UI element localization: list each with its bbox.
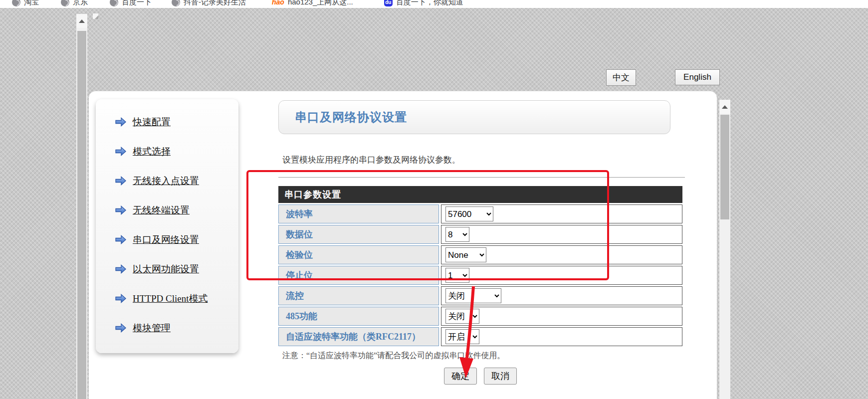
- scrollbar-thumb[interactable]: [77, 31, 86, 399]
- scroll-up-button[interactable]: [76, 14, 87, 28]
- page-description: 设置模块应用程序的串口参数及网络协议参数。: [282, 154, 460, 166]
- row-value-cell: 开启: [441, 327, 682, 346]
- bookmark-label: 百度一下: [122, 0, 152, 7]
- cancel-button[interactable]: 取消: [484, 368, 517, 385]
- sidebar-item-wireless-sta[interactable]: 无线终端设置: [96, 196, 238, 225]
- browser-bookmarks-bar: 淘宝 京东 百度一下 抖音-记录美好生活 hao hao123_上网从这... …: [0, 0, 868, 8]
- baidu-du-icon: du: [384, 0, 393, 6]
- bookmark-baidu[interactable]: 百度一下: [110, 0, 152, 7]
- language-chinese-button[interactable]: 中文: [606, 69, 636, 86]
- row-value-cell: 关闭: [441, 307, 682, 326]
- arrow-right-icon: [115, 117, 127, 127]
- flowctrl-select[interactable]: 关闭: [445, 288, 501, 303]
- bookmark-douyin[interactable]: 抖音-记录美好生活: [172, 0, 246, 7]
- table-row-autobaud: 自适应波特率功能（类RFC2117） 开启: [278, 327, 682, 346]
- serial-settings-table: 串口参数设置 波特率 57600 数据位 8 检验位 None: [278, 186, 682, 346]
- scroll-up-button[interactable]: [719, 100, 730, 114]
- databits-select[interactable]: 8: [445, 227, 469, 242]
- table-row-flowctrl: 流控 关闭: [278, 286, 682, 305]
- row-value-cell: 关闭: [441, 286, 682, 305]
- bookmark-label: 淘宝: [24, 0, 39, 7]
- arrow-right-icon: [115, 176, 127, 186]
- sidebar-item-serial-network[interactable]: 串口及网络设置: [96, 225, 238, 254]
- sidebar-item-wireless-ap[interactable]: 无线接入点设置: [96, 166, 238, 196]
- chevron-up-icon: [79, 19, 85, 23]
- arrow-right-icon: [115, 147, 127, 156]
- form-buttons: 确定 取消: [278, 368, 682, 385]
- content-panel: 快速配置 模式选择 无线接入点设置 无线终端设置 串口及网络设置 以太网功能设置…: [89, 91, 717, 399]
- page-title: 串口及网络协议设置: [295, 109, 407, 125]
- globe-icon: [172, 0, 180, 6]
- sidebar-item-label: 模式选择: [133, 145, 171, 158]
- arrow-right-icon: [115, 294, 127, 303]
- row-label: 检验位: [278, 245, 439, 264]
- baudrate-select[interactable]: 57600: [445, 206, 493, 221]
- sidebar-item-label: 无线终端设置: [133, 204, 190, 217]
- frame-corner: [93, 13, 98, 19]
- right-scrollbar[interactable]: [719, 100, 730, 399]
- autobaud-select[interactable]: 开启: [445, 329, 479, 344]
- table-row-databits: 数据位 8: [278, 225, 682, 244]
- row-label: 自适应波特率功能（类RFC2117）: [278, 327, 439, 346]
- sidebar-item-label: 以太网功能设置: [133, 263, 199, 276]
- sidebar-item-module-admin[interactable]: 模块管理: [96, 313, 238, 343]
- left-scrollbar[interactable]: [76, 14, 87, 399]
- bookmark-hao123[interactable]: hao hao123_上网从这...: [272, 0, 353, 7]
- table-row-baudrate: 波特率 57600: [278, 204, 682, 223]
- scrollbar-thumb[interactable]: [720, 115, 729, 219]
- hao123-icon: hao: [272, 0, 284, 6]
- sidebar-item-label: 无线接入点设置: [133, 175, 199, 188]
- sidebar-item-label: 模块管理: [133, 322, 171, 335]
- row-label: 485功能: [278, 307, 439, 326]
- bookmark-baidu-zhidao[interactable]: du 百度一下，你就知道: [384, 0, 463, 7]
- row-label: 波特率: [278, 204, 439, 223]
- row-value-cell: 8: [441, 225, 682, 244]
- sidebar-item-label: 串口及网络设置: [133, 233, 199, 246]
- bookmark-label: 京东: [73, 0, 88, 7]
- language-english-button[interactable]: English: [675, 69, 720, 85]
- sidebar-item-label: HTTPD Client模式: [133, 292, 208, 305]
- table-row-485: 485功能 关闭: [278, 307, 682, 326]
- sidebar-item-ethernet[interactable]: 以太网功能设置: [96, 254, 238, 284]
- arrow-right-icon: [115, 264, 127, 274]
- row-label: 流控: [278, 286, 439, 305]
- bookmark-label: hao123_上网从这...: [288, 0, 353, 7]
- arrow-right-icon: [115, 235, 127, 244]
- row-label: 数据位: [278, 225, 439, 244]
- arrow-right-icon: [115, 205, 127, 215]
- table-header: 串口参数设置: [278, 186, 682, 203]
- bookmark-jd[interactable]: 京东: [61, 0, 88, 7]
- row-value-cell: 57600: [441, 204, 682, 223]
- table-row-parity: 检验位 None: [278, 245, 682, 264]
- row-label: 停止位: [278, 266, 439, 285]
- row-value-cell: None: [441, 245, 682, 264]
- sidebar-item-httpd-client[interactable]: HTTPD Client模式: [96, 284, 238, 313]
- sidebar-item-mode-select[interactable]: 模式选择: [96, 137, 238, 166]
- sidebar-item-label: 快速配置: [133, 116, 171, 129]
- chevron-up-icon: [722, 105, 728, 109]
- stopbits-select[interactable]: 1: [445, 268, 469, 283]
- globe-icon: [61, 0, 69, 6]
- bookmark-taobao[interactable]: 淘宝: [12, 0, 39, 7]
- row-value-cell: 1: [441, 266, 682, 285]
- divider: [278, 177, 685, 178]
- rs485-select[interactable]: 关闭: [445, 309, 479, 324]
- arrow-right-icon: [115, 323, 127, 333]
- globe-icon: [110, 0, 118, 6]
- usage-note: 注意：“自适应波特率功能”请配合我公司的虚拟串口软件使用。: [282, 351, 505, 361]
- bookmark-label: 百度一下，你就知道: [396, 0, 463, 7]
- globe-icon: [12, 0, 20, 6]
- bookmark-label: 抖音-记录美好生活: [184, 0, 246, 7]
- sidebar-item-quick-config[interactable]: 快速配置: [96, 107, 238, 137]
- table-row-stopbits: 停止位 1: [278, 266, 682, 285]
- confirm-button[interactable]: 确定: [444, 368, 477, 385]
- page-title-card: 串口及网络协议设置: [278, 100, 670, 134]
- parity-select[interactable]: None: [445, 247, 486, 262]
- sidebar-nav: 快速配置 模式选择 无线接入点设置 无线终端设置 串口及网络设置 以太网功能设置…: [96, 99, 238, 353]
